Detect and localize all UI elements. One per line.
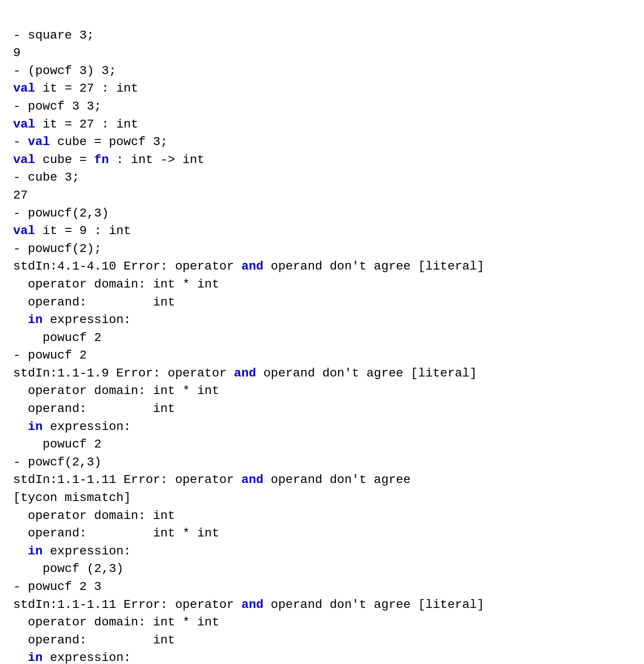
- normal-token: expression:: [42, 420, 131, 433]
- normal-token: - powucf 2: [13, 348, 87, 362]
- code-line: powucf 2: [13, 436, 631, 454]
- normal-token: - powcf(2,3): [13, 455, 102, 469]
- keyword-token: val: [13, 82, 35, 95]
- code-line: powucf 2: [13, 329, 631, 347]
- code-line: operator domain: int * int: [13, 276, 631, 294]
- normal-token: stdIn:1.1-1.11 Error: operator: [13, 598, 241, 611]
- keyword-token: and: [241, 259, 263, 273]
- code-line: operand: int: [13, 400, 631, 418]
- normal-token: operand: int: [13, 633, 175, 647]
- code-line: - powcf(2,3): [13, 454, 631, 472]
- normal-token: expression:: [42, 544, 131, 558]
- code-line: - powucf(2);: [13, 240, 631, 258]
- keyword-token: fn: [94, 153, 109, 167]
- keyword-token: val: [28, 135, 50, 149]
- normal-token: : int -> int: [109, 153, 204, 167]
- normal-token: operand don't agree: [263, 473, 410, 486]
- normal-token: cube =: [35, 153, 94, 167]
- normal-token: expression:: [42, 313, 131, 327]
- normal-token: [13, 544, 28, 558]
- normal-token: [tycon mismatch]: [13, 491, 131, 504]
- normal-token: operand: int * int: [13, 526, 219, 540]
- keyword-token: in: [28, 313, 43, 327]
- normal-token: -: [13, 135, 28, 149]
- code-line: - powucf 2: [13, 347, 631, 365]
- normal-token: - square 3;: [13, 28, 94, 42]
- normal-token: it = 27 : int: [35, 82, 138, 95]
- code-line: - square 3;: [13, 27, 631, 45]
- code-line: val it = 27 : int: [13, 116, 631, 134]
- keyword-token: and: [241, 598, 263, 611]
- normal-token: stdIn:1.1-1.11 Error: operator: [13, 473, 241, 486]
- code-line: - powucf(2,3): [13, 205, 631, 223]
- normal-token: operator domain: int * int: [13, 615, 219, 629]
- code-line: - (powcf 3) 3;: [13, 62, 631, 80]
- code-line: 27: [13, 187, 631, 205]
- code-line: - val cube = powcf 3;: [13, 133, 631, 151]
- code-line: operand: int * int: [13, 525, 631, 543]
- normal-token: [13, 651, 28, 664]
- code-line: - powucf 2 3: [13, 578, 631, 596]
- normal-token: operand don't agree [literal]: [263, 598, 484, 611]
- code-line: operand: int: [13, 632, 631, 650]
- code-line: val cube = fn : int -> int: [13, 151, 631, 169]
- normal-token: operator domain: int * int: [13, 384, 219, 398]
- normal-token: operand: int: [13, 402, 175, 415]
- normal-token: operator domain: int * int: [13, 277, 219, 291]
- code-line: operand: int: [13, 294, 631, 312]
- normal-token: operand don't agree [literal]: [256, 366, 477, 380]
- code-line: - powcf 3 3;: [13, 98, 631, 116]
- keyword-token: val: [13, 153, 35, 167]
- code-line: stdIn:4.1-4.10 Error: operator and opera…: [13, 258, 631, 276]
- normal-token: - powucf(2);: [13, 242, 102, 256]
- keyword-token: val: [13, 224, 35, 238]
- normal-token: powcf (2,3): [13, 562, 124, 575]
- normal-token: [13, 420, 28, 433]
- code-line: stdIn:1.1-1.9 Error: operator and operan…: [13, 365, 631, 383]
- keyword-token: val: [13, 117, 35, 131]
- normal-token: it = 27 : int: [35, 117, 138, 131]
- code-line: 9: [13, 44, 631, 62]
- code-line: [tycon mismatch]: [13, 489, 631, 507]
- normal-token: - (powcf 3) 3;: [13, 64, 116, 78]
- code-line: operator domain: int * int: [13, 382, 631, 400]
- code-line: operator domain: int: [13, 507, 631, 525]
- code-line: - cube 3;: [13, 169, 631, 187]
- normal-token: [13, 313, 28, 327]
- keyword-token: and: [234, 366, 256, 380]
- code-line: in expression:: [13, 543, 631, 561]
- normal-token: - powucf 2 3: [13, 580, 102, 593]
- keyword-token: in: [28, 544, 43, 558]
- code-line: val it = 9 : int: [13, 222, 631, 240]
- normal-token: it = 9 : int: [35, 224, 131, 238]
- normal-token: - cube 3;: [13, 170, 79, 184]
- code-line: operator domain: int * int: [13, 614, 631, 632]
- normal-token: operator domain: int: [13, 509, 175, 522]
- code-line: powcf (2,3): [13, 560, 631, 578]
- normal-token: operand don't agree [literal]: [263, 259, 484, 273]
- normal-token: expression:: [42, 651, 131, 664]
- normal-token: - powucf(2,3): [13, 206, 109, 220]
- keyword-token: in: [28, 420, 43, 433]
- repl-output: - square 3;9- (powcf 3) 3;val it = 27 : …: [13, 9, 631, 664]
- normal-token: stdIn:4.1-4.10 Error: operator: [13, 259, 241, 273]
- keyword-token: and: [241, 473, 263, 486]
- code-line: val it = 27 : int: [13, 80, 631, 98]
- code-line: in expression:: [13, 649, 631, 664]
- normal-token: operand: int: [13, 295, 175, 309]
- normal-token: powucf 2: [13, 437, 102, 451]
- normal-token: cube = powcf 3;: [50, 135, 168, 149]
- keyword-token: in: [28, 651, 43, 664]
- code-line: in expression:: [13, 418, 631, 436]
- normal-token: 27: [13, 188, 28, 202]
- normal-token: stdIn:1.1-1.9 Error: operator: [13, 366, 234, 380]
- normal-token: 9: [13, 46, 21, 60]
- code-line: in expression:: [13, 311, 631, 329]
- normal-token: - powcf 3 3;: [13, 99, 102, 113]
- normal-token: powucf 2: [13, 331, 102, 344]
- code-line: stdIn:1.1-1.11 Error: operator and opera…: [13, 596, 631, 614]
- code-line: stdIn:1.1-1.11 Error: operator and opera…: [13, 471, 631, 489]
